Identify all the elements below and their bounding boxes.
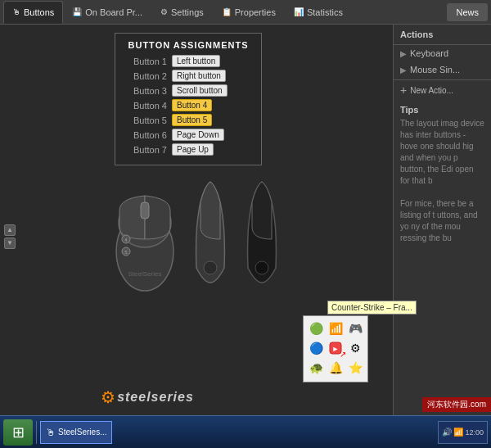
plus-icon: + [400, 84, 407, 97]
buttons-tab-icon: 🖱 [12, 7, 20, 16]
tab-bar: 🖱 Buttons 💾 On Board Pr... ⚙ Settings 📋 … [0, 0, 491, 25]
mouse-front-view: 4 5 SteelSeries [108, 161, 182, 292]
watermark: 河东软件园.com [422, 397, 491, 412]
ba-btn-3[interactable]: Scroll button [172, 84, 227, 97]
svg-rect-2 [141, 202, 149, 219]
tray-icon-5[interactable]: ► ↗ [327, 339, 345, 357]
tips-text-1: The layout imag device has inter buttons… [400, 118, 484, 187]
tips-text-2: For mice, there be a listing of t uttons… [400, 198, 484, 244]
ba-btn-1[interactable]: Left button [172, 55, 220, 67]
tray-icon-3[interactable]: 🎮 [346, 319, 364, 337]
system-tray-popup: Counter-Strike – Fra... 🟢 📶 🎮 🔵 ► ↗ ⚙ 🐢 … [303, 315, 368, 382]
tray-icon-1[interactable]: 🟢 [307, 319, 325, 337]
tray-icon-6[interactable]: ⚙ [346, 339, 364, 357]
tab-properties[interactable]: 📋 Properties [213, 1, 285, 24]
taskbar-app-btn[interactable]: 🖱 SteelSeries... [40, 421, 112, 444]
right-panel: Actions ▶ Keyboard ▶ Mouse Sin... + New … [393, 25, 491, 448]
ba-title: BUTTON ASSIGNMENTS [122, 40, 255, 50]
start-button[interactable]: ⊞ [3, 419, 33, 446]
ba-label-6: Button 6 [122, 130, 167, 140]
ba-row-6: Button 6 Page Down [122, 129, 255, 141]
ba-btn-2[interactable]: Right button [172, 70, 226, 82]
ba-row-7: Button 7 Page Up [122, 143, 255, 156]
tray-icon-8[interactable]: 🔔 [327, 359, 345, 377]
steelseries-gear-icon: ⚙ [101, 387, 115, 407]
tray-tooltip: Counter-Strike – Fra... [327, 301, 417, 315]
tab-news[interactable]: News [447, 3, 488, 21]
tab-onboard[interactable]: 💾 On Board Pr... [63, 1, 151, 24]
button-assignments-panel: BUTTON ASSIGNMENTS Button 1 Left button … [115, 33, 262, 165]
ba-btn-7[interactable]: Page Up [172, 143, 214, 156]
tray-icon-9[interactable]: ⭐ [346, 359, 364, 377]
tips-header: Tips [400, 105, 484, 115]
ba-label-7: Button 7 [122, 145, 167, 155]
mouse-views: 4 5 SteelSeries [104, 149, 289, 305]
svg-text:►: ► [332, 345, 340, 353]
svg-point-9 [255, 261, 268, 274]
action-mouse-single[interactable]: ▶ Mouse Sin... [394, 61, 491, 78]
new-action-label: New Actio... [410, 86, 453, 95]
tab-buttons[interactable]: 🖱 Buttons [3, 1, 63, 24]
mouse-single-arrow-icon: ▶ [400, 66, 407, 75]
ba-btn-6[interactable]: Page Down [172, 129, 224, 141]
svg-point-8 [204, 261, 217, 274]
ba-btn-4[interactable]: Button 4 [172, 99, 212, 111]
tab-settings[interactable]: ⚙ Settings [151, 1, 213, 24]
ba-btn-5[interactable]: Button 5 [172, 114, 212, 126]
left-panel: ▲ ▼ 4 [0, 25, 393, 448]
properties-tab-icon: 📋 [222, 7, 232, 16]
ba-row-1: Button 1 Left button [122, 55, 255, 67]
keyboard-arrow-icon: ▶ [400, 49, 407, 58]
ba-row-2: Button 2 Right button [122, 70, 255, 82]
main-content: ▲ ▼ 4 [0, 25, 491, 448]
ba-label-5: Button 5 [122, 115, 167, 125]
new-action-button[interactable]: + New Actio... [394, 79, 491, 100]
tray-icon-2[interactable]: 📶 [327, 319, 345, 337]
action-keyboard[interactable]: ▶ Keyboard [394, 45, 491, 61]
ba-label-4: Button 4 [122, 101, 167, 111]
tray-icon-4[interactable]: 🔵 [307, 339, 325, 357]
taskbar-separator [36, 421, 37, 444]
tray-popup-container: Counter-Strike – Fra... 🟢 📶 🎮 🔵 ► ↗ ⚙ 🐢 … [303, 315, 368, 382]
taskbar-clock[interactable]: 🔊 📶 12:00 [438, 421, 488, 444]
ba-label-2: Button 2 [122, 71, 167, 81]
taskbar: ⊞ 🖱 SteelSeries... 🔊 📶 12:00 [0, 415, 491, 448]
svg-text:SteelSeries: SteelSeries [128, 270, 162, 278]
steelseries-logo: steelseries [117, 390, 194, 405]
mouse-right-view [240, 161, 285, 292]
onboard-tab-icon: 💾 [72, 7, 82, 16]
ba-label-1: Button 1 [122, 57, 167, 66]
mouse-left-view [188, 161, 233, 292]
settings-tab-icon: ⚙ [160, 7, 168, 16]
tray-icons-grid: 🟢 📶 🎮 🔵 ► ↗ ⚙ 🐢 🔔 ⭐ [307, 319, 364, 377]
ba-row-5: Button 5 Button 5 [122, 114, 255, 126]
logo-area: ⚙ steelseries [0, 387, 295, 407]
taskbar-items: 🖱 SteelSeries... [40, 421, 436, 444]
actions-header: Actions [394, 25, 491, 45]
ba-row-4: Button 4 Button 4 [122, 99, 255, 111]
tab-statistics[interactable]: 📊 Statistics [285, 1, 352, 24]
statistics-tab-icon: 📊 [294, 7, 304, 16]
tips-section: Tips The layout imag device has inter bu… [394, 100, 491, 448]
ba-label-3: Button 3 [122, 86, 167, 96]
ba-row-3: Button 3 Scroll button [122, 84, 255, 97]
tray-icon-7[interactable]: 🐢 [307, 359, 325, 377]
